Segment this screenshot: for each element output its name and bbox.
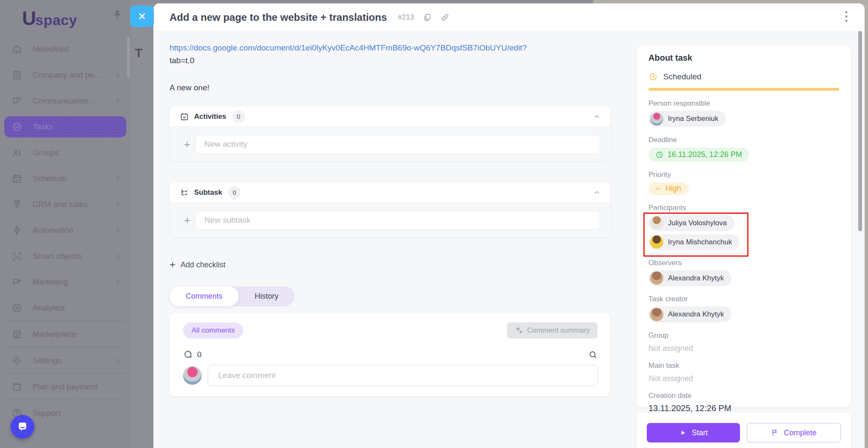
observer-name: Alexandra Khytyk <box>668 274 724 283</box>
sidebar-item-tasks[interactable]: Tasks <box>0 114 131 140</box>
tab-history[interactable]: History <box>239 286 295 306</box>
leave-comment-input[interactable] <box>208 365 598 386</box>
modal-scrollbar[interactable] <box>858 31 862 231</box>
description-text: A new one! <box>170 83 610 92</box>
add-checklist-button[interactable]: + Add checklist <box>170 260 610 270</box>
new-activity-input[interactable] <box>195 135 600 154</box>
avatar <box>650 112 663 126</box>
search-icon[interactable] <box>588 350 598 359</box>
chevron-up-icon[interactable] <box>593 113 600 120</box>
description-link[interactable]: https://docs.google.com/document/d/1ei0l… <box>170 43 527 52</box>
person-responsible-label: Person responsible <box>648 99 839 108</box>
comment-compose-row <box>183 365 598 386</box>
more-options-icon[interactable] <box>845 11 848 24</box>
sidebar-item-groups[interactable]: Groups <box>0 140 131 165</box>
sidebar-item-label: Plan and payment <box>33 382 125 392</box>
task-actions-panel: Start Complete <box>637 412 851 448</box>
about-task-title: About task <box>648 53 839 63</box>
marketing-icon <box>11 277 22 288</box>
sidebar-item-crm[interactable]: CRM and sales <box>0 191 131 217</box>
sidebar-item-automation[interactable]: Automation <box>0 217 131 243</box>
lightning-icon <box>11 225 22 236</box>
priority-chip[interactable]: High <box>648 182 689 195</box>
ai-sparkle-icon <box>515 326 523 335</box>
chevron-up-icon[interactable] <box>593 189 600 196</box>
chat-phone-icon <box>11 95 22 106</box>
comment-summary-button[interactable]: Comment summary <box>507 322 598 339</box>
sidebar-item-schedule[interactable]: Schedule <box>0 165 131 191</box>
comments-section: All comments Comment summary 0 <box>170 313 610 396</box>
task-title: Add a new page to the website + translat… <box>170 11 387 23</box>
app-screen: U spacy Newsfeed Company and pe... Commu… <box>0 0 868 448</box>
chat-bubble-icon <box>16 420 29 433</box>
logo-text: spacy <box>35 12 77 28</box>
activities-title: Activities <box>194 112 226 121</box>
pin-sidebar-icon[interactable] <box>112 9 123 20</box>
observers-label: Observers <box>648 259 839 267</box>
current-user-avatar <box>183 366 202 385</box>
copy-icon[interactable] <box>423 13 432 22</box>
close-button[interactable]: ✕ <box>130 6 154 27</box>
flag-icon <box>771 429 779 437</box>
add-checklist-label: Add checklist <box>181 260 225 269</box>
sidebar-item-label: Support <box>33 409 125 418</box>
all-comments-filter[interactable]: All comments <box>183 322 243 339</box>
store-icon <box>11 329 22 340</box>
complete-button[interactable]: Complete <box>747 423 841 442</box>
task-status-row[interactable]: Scheduled <box>648 72 839 81</box>
activities-section: Activities 0 + <box>170 106 610 161</box>
avatar <box>650 308 663 321</box>
tab-comments[interactable]: Comments <box>170 286 239 306</box>
activities-body: + <box>170 127 610 161</box>
sidebar-item-smart-objects[interactable]: Smart objects <box>0 243 131 269</box>
subtask-header[interactable]: Subtask 0 <box>170 182 610 203</box>
subtask-count-badge: 0 <box>228 186 241 199</box>
sidebar-item-newsfeed[interactable]: Newsfeed <box>0 36 131 62</box>
sidebar-scrollbar[interactable] <box>127 37 130 78</box>
group-value: Not assigned <box>648 344 839 353</box>
sidebar-item-label: Analytics <box>33 303 125 313</box>
sidebar-item-settings[interactable]: Settings <box>0 347 131 373</box>
observer-chip[interactable]: Alexandra Khytyk <box>648 270 732 286</box>
smart-objects-icon <box>11 251 22 262</box>
plus-icon: + <box>184 215 190 226</box>
sidebar-item-label: Tasks <box>33 122 123 132</box>
check-circle-icon <box>11 121 22 132</box>
sidebar-item-plan-payment[interactable]: Plan and payment <box>0 374 131 400</box>
people-icon <box>11 147 22 158</box>
clock-icon <box>655 151 664 159</box>
support-chat-button[interactable] <box>11 415 34 439</box>
activities-count-badge: 0 <box>232 110 245 123</box>
building-icon <box>11 70 22 81</box>
new-subtask-input[interactable] <box>195 211 600 230</box>
creation-date-value: 13.11.2025, 12:26 PM <box>648 403 839 413</box>
link-icon[interactable] <box>440 13 450 22</box>
uspacy-logo[interactable]: U spacy <box>22 7 77 30</box>
start-button[interactable]: Start <box>647 423 740 442</box>
subtask-tree-icon <box>180 188 189 197</box>
subtask-section: Subtask 0 + <box>170 182 610 237</box>
deadline-chip[interactable]: 16.11.2025, 12:26 PM <box>648 148 749 162</box>
chevron-right-icon <box>114 357 121 364</box>
sidebar-item-analytics[interactable]: Analytics <box>0 295 131 321</box>
comments-history-tabs: Comments History <box>170 286 295 306</box>
annotation-red-box <box>643 213 748 257</box>
dimmed-page-heading: T <box>135 46 142 60</box>
sidebar-item-label: Newsfeed <box>33 45 125 54</box>
person-responsible-chip[interactable]: Iryna Serbeniuk <box>648 111 726 127</box>
sidebar-item-communication[interactable]: Communication ... <box>0 88 131 114</box>
task-main-column: https://docs.google.com/document/d/1ei0l… <box>170 31 610 396</box>
plus-icon: + <box>170 260 175 270</box>
task-id: #213 <box>398 13 414 22</box>
sidebar-item-company[interactable]: Company and pe... <box>0 62 131 88</box>
sidebar-item-marketplace[interactable]: Marketplace <box>0 321 131 347</box>
sidebar-item-label: Marketplace <box>33 330 125 339</box>
person-responsible-value: Iryna Serbeniuk <box>668 115 718 123</box>
task-creator-chip[interactable]: Alexandra Khytyk <box>648 306 732 322</box>
sidebar-item-marketing[interactable]: Marketing <box>0 269 131 295</box>
wallet-icon <box>11 381 22 392</box>
sidebar-item-label: Marketing <box>33 277 114 287</box>
task-modal: Add a new page to the website + translat… <box>153 3 865 448</box>
activities-header[interactable]: Activities 0 <box>170 106 610 127</box>
home-icon <box>11 44 22 55</box>
